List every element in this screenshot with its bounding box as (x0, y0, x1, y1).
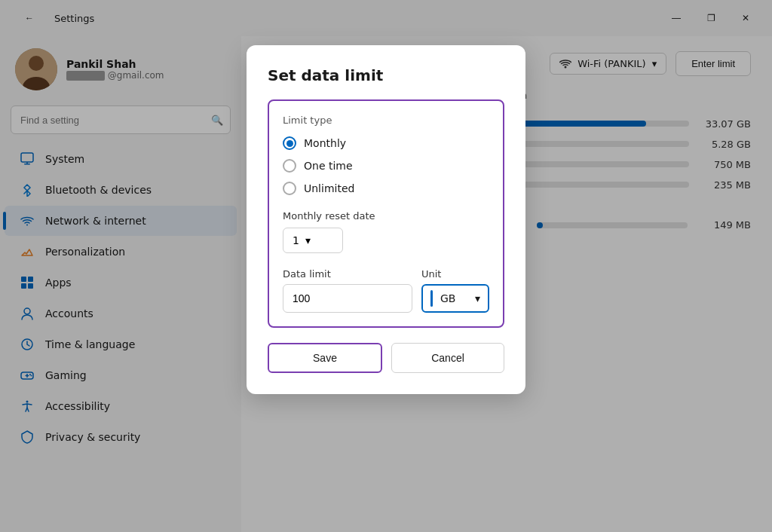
data-limit-row: Data limit Unit GB ▾ (283, 268, 489, 313)
unit-select[interactable]: GB ▾ (421, 284, 489, 313)
unit-chevron-icon: ▾ (475, 292, 480, 304)
date-select[interactable]: 1 ▾ (283, 228, 343, 253)
radio-monthly-label: Monthly (304, 137, 346, 149)
radio-monthly[interactable]: Monthly (283, 136, 489, 150)
date-chevron-icon: ▾ (305, 234, 311, 246)
radio-unlimited-label: Unlimited (304, 182, 354, 194)
unit-value: GB (440, 292, 455, 304)
data-limit-input[interactable] (283, 284, 412, 313)
modal-overlay: Set data limit Limit type Monthly One ti… (0, 0, 772, 532)
date-value: 1 (293, 234, 299, 246)
radio-monthly-inner (286, 140, 293, 147)
modal-title: Set data limit (268, 66, 504, 84)
data-limit-label: Data limit (283, 268, 412, 280)
radio-onetime[interactable]: One time (283, 159, 489, 173)
unit-label: Unit (421, 268, 489, 280)
unit-divider (430, 290, 433, 307)
limit-type-label: Limit type (283, 115, 489, 126)
reset-date-label: Monthly reset date (283, 210, 489, 222)
unit-field: Unit GB ▾ (421, 268, 489, 313)
set-data-limit-modal: Set data limit Limit type Monthly One ti… (247, 45, 525, 394)
radio-onetime-label: One time (304, 160, 353, 172)
data-limit-field: Data limit (283, 268, 412, 313)
modal-section: Limit type Monthly One time Unlim (268, 99, 504, 328)
save-button[interactable]: Save (268, 343, 382, 373)
radio-group: Monthly One time Unlimited (283, 136, 489, 195)
radio-unlimited-circle (283, 182, 296, 195)
reset-date-section: Monthly reset date 1 ▾ (283, 210, 489, 253)
modal-actions: Save Cancel (268, 343, 504, 373)
radio-monthly-circle (283, 136, 296, 150)
radio-onetime-circle (283, 159, 296, 173)
cancel-button[interactable]: Cancel (391, 343, 504, 373)
radio-unlimited[interactable]: Unlimited (283, 182, 489, 195)
